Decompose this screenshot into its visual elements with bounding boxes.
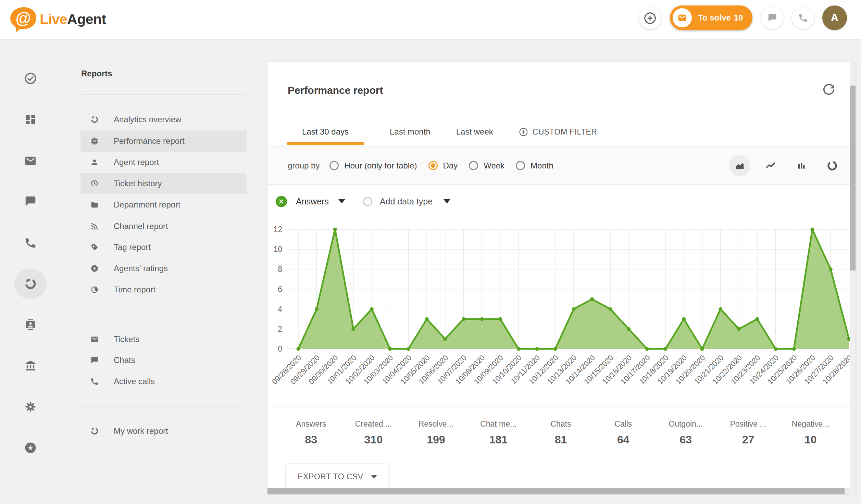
summary-stats-row: Answers 83 Created ... 310 Resolve... 19…: [267, 406, 856, 459]
sidebar-item-agents-ratings[interactable]: Agents' ratings: [80, 258, 247, 279]
stat-negative[interactable]: Negative... 10: [779, 406, 842, 459]
channel-report-icon: [90, 222, 99, 231]
group-by-option-week[interactable]: Week: [469, 161, 504, 171]
rail-item-company[interactable]: [18, 353, 43, 378]
liveagent-logo[interactable]: @ LiveAgent: [8, 5, 106, 34]
custom-filter-button[interactable]: CUSTOM FILTER: [519, 127, 597, 137]
custom-filter-label: CUSTOM FILTER: [533, 127, 597, 137]
add-data-type-label[interactable]: Add data type: [380, 197, 433, 206]
group-by-option-month[interactable]: Month: [516, 161, 553, 171]
series-chip-label[interactable]: Answers: [296, 197, 329, 206]
stat-label: Answers: [296, 419, 326, 429]
plus-circle-icon: [519, 127, 528, 137]
sidebar-item-my-work-report[interactable]: My work report: [80, 420, 247, 442]
rail-item-chats[interactable]: [18, 189, 43, 214]
stat-outgoing[interactable]: Outgoin... 63: [654, 406, 717, 459]
tab-last-30-days[interactable]: Last 30 days: [287, 127, 364, 137]
stat-value: 81: [555, 433, 567, 446]
sidebar-item-analytics-overview[interactable]: Analytics overview: [80, 109, 247, 130]
sidebar-item-label: Agents' ratings: [114, 264, 168, 273]
donut-chart-button[interactable]: [822, 155, 843, 176]
chart-canvas: 02468101209/28/202009/29/202009/30/20201…: [267, 219, 856, 397]
svg-text:12: 12: [273, 225, 282, 234]
chevron-down-icon[interactable]: [338, 199, 345, 203]
svg-text:0: 0: [278, 344, 282, 353]
tab-last-month[interactable]: Last month: [390, 127, 430, 137]
remove-answers-series-button[interactable]: [276, 196, 287, 207]
sidebar-item-label: Performance report: [114, 136, 185, 146]
group-by-option-hour[interactable]: Hour (only for table): [329, 161, 417, 171]
chevron-down-icon: [371, 475, 377, 479]
top-bar: @ LiveAgent To solve 10 A: [0, 0, 861, 39]
sidebar-item-label: Analytics overview: [114, 115, 181, 124]
stat-value: 64: [617, 433, 629, 446]
sidebar-item-active-calls[interactable]: Active calls: [80, 371, 247, 392]
to-solve-mail-icon: [673, 8, 692, 27]
horizontal-scrollbar[interactable]: [267, 488, 856, 494]
stat-resolved[interactable]: Resolve... 199: [405, 406, 467, 459]
calls-header-button[interactable]: [792, 7, 814, 29]
chats-header-button[interactable]: [761, 7, 784, 29]
export-to-csv-button[interactable]: EXPORT TO CSV: [286, 464, 389, 490]
stat-chats[interactable]: Chats 81: [529, 406, 592, 459]
vertical-scrollbar[interactable]: [850, 39, 856, 504]
rail-item-tickets[interactable]: [18, 149, 43, 173]
rail-item-dashboard[interactable]: [18, 107, 43, 132]
sidebar-item-ticket-history[interactable]: Ticket history: [80, 173, 247, 194]
sidebar-item-tickets[interactable]: Tickets: [80, 329, 247, 350]
sidebar-item-performance-report[interactable]: Performance report: [80, 130, 247, 152]
add-new-button[interactable]: [639, 7, 661, 29]
sidebar-item-time-report[interactable]: Time report: [80, 279, 247, 300]
rail-item-starred[interactable]: [18, 436, 43, 460]
rail-item-tasks[interactable]: [18, 66, 43, 91]
svg-text:2: 2: [278, 325, 282, 333]
reports-data-usage-icon: [24, 277, 37, 291]
plus-circle-icon: [644, 12, 656, 24]
stat-chat-messages[interactable]: Chat me... 181: [467, 406, 529, 459]
sidebar-heading: Reports: [81, 69, 112, 78]
active-calls-icon: [90, 377, 99, 386]
sidebar-item-chats[interactable]: Chats: [80, 350, 247, 371]
group-by-label: group by: [288, 161, 320, 171]
sidebar-item-department-report[interactable]: Department report: [80, 194, 247, 215]
area-chart-icon: [734, 160, 746, 172]
stat-positive[interactable]: Positive ... 27: [717, 406, 779, 459]
to-solve-button[interactable]: To solve 10: [670, 5, 752, 30]
rail-item-reports[interactable]: [18, 272, 43, 296]
line-chart-button[interactable]: [760, 155, 781, 176]
radio-selected-icon: [428, 161, 438, 170]
user-avatar[interactable]: A: [822, 5, 847, 30]
report-tabs: Last 30 days Last month Last week CUSTOM…: [287, 122, 597, 141]
add-data-type-radio-icon[interactable]: [363, 197, 372, 206]
rail-item-contacts[interactable]: [18, 312, 43, 337]
sidebar-item-label: Time report: [114, 285, 155, 294]
group-by-option-day[interactable]: Day: [428, 161, 458, 171]
analytics-overview-icon: [90, 115, 99, 124]
sidebar-item-channel-report[interactable]: Channel report: [80, 216, 247, 237]
agent-report-icon: [90, 158, 99, 167]
page-title: Performance report: [288, 85, 383, 96]
stat-value: 27: [742, 433, 754, 446]
chevron-down-icon[interactable]: [444, 199, 450, 203]
rail-item-settings[interactable]: [18, 394, 43, 419]
area-chart-button[interactable]: [729, 155, 750, 176]
sidebar-divider: [80, 406, 246, 406]
sidebar-item-tag-report[interactable]: Tag report: [80, 237, 247, 258]
star-circle-icon: [24, 441, 37, 455]
refresh-report-button[interactable]: [821, 81, 837, 97]
chart-type-switcher: [720, 147, 843, 184]
vertical-scrollbar-thumb[interactable]: [850, 86, 856, 270]
stat-answers[interactable]: Answers 83: [280, 406, 342, 459]
horizontal-scrollbar-thumb[interactable]: [267, 488, 845, 494]
export-label: EXPORT TO CSV: [298, 472, 363, 481]
bar-chart-button[interactable]: [791, 155, 812, 176]
mail-icon: [24, 154, 37, 168]
stat-value: 310: [364, 433, 383, 446]
tab-last-week[interactable]: Last week: [456, 127, 493, 137]
stat-created[interactable]: Created ... 310: [342, 406, 404, 459]
stat-calls[interactable]: Calls 64: [592, 406, 654, 459]
sidebar-divider: [80, 94, 246, 95]
sidebar-item-label: Department report: [114, 200, 180, 210]
rail-item-calls[interactable]: [18, 230, 43, 255]
sidebar-item-agent-report[interactable]: Agent report: [80, 152, 247, 173]
